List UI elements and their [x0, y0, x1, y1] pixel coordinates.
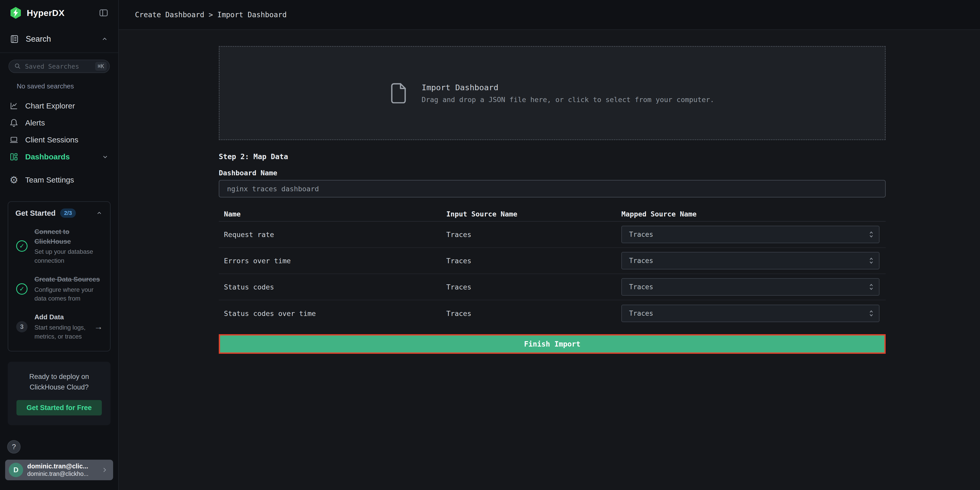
step-title: Connect to ClickHouse: [35, 227, 103, 246]
saved-searches-input[interactable]: Saved Searches ⌘K: [8, 60, 110, 73]
row-mapped-cell: Traces: [621, 305, 886, 322]
selected-value: Traces: [629, 257, 868, 264]
chevron-right-icon: [101, 466, 108, 474]
no-saved-searches-text: No saved searches: [17, 82, 118, 90]
sidebar-item-label: Chart Explorer: [25, 102, 109, 110]
dropzone-subtitle: Drag and drop a JSON file here, or click…: [422, 95, 714, 103]
saved-searches-placeholder: Saved Searches: [25, 63, 92, 70]
step-title: Add Data: [35, 312, 87, 322]
chevron-up-icon[interactable]: [95, 210, 103, 217]
table-row: Request rate Traces Traces: [219, 222, 886, 248]
selected-value: Traces: [629, 310, 868, 317]
get-started-step-sources[interactable]: ✓ Create Data Sources Configure where yo…: [16, 275, 103, 303]
chart-explorer-icon: [9, 101, 19, 111]
logo-row: HyperDX: [0, 0, 118, 26]
sidebar-nav: Chart Explorer Alerts Client Sessions: [0, 90, 118, 188]
search-section-label: Search: [26, 35, 94, 44]
shortcut-badge: ⌘K: [95, 62, 107, 71]
row-name: Status codes: [219, 283, 446, 291]
user-menu[interactable]: D dominic.tran@clic... dominic.tran@clic…: [5, 460, 113, 480]
row-input-source: Traces: [446, 283, 621, 291]
row-name: Errors over time: [219, 257, 446, 265]
select-updown-icon: [868, 309, 874, 318]
sidebar-item-label: Dashboards: [25, 153, 95, 161]
main-area: Create Dashboard > Import Dashboard Impo…: [119, 0, 980, 490]
selected-value: Traces: [629, 231, 868, 238]
row-mapped-cell: Traces: [621, 278, 886, 296]
app-root: HyperDX Search Saved Searches ⌘K: [0, 0, 980, 490]
saved-search-wrap: Saved Searches ⌘K: [0, 53, 118, 73]
help-button[interactable]: ?: [7, 440, 21, 453]
table-row: Errors over time Traces Traces: [219, 248, 886, 274]
table-header-row: Name Input Source Name Mapped Source Nam…: [219, 207, 886, 222]
column-header-input-source: Input Source Name: [446, 210, 621, 218]
sidebar-item-label: Alerts: [25, 119, 109, 127]
chevron-up-icon[interactable]: [101, 35, 108, 43]
step-desc: Configure where your data comes from: [35, 285, 103, 303]
dashboard-name-input[interactable]: nginx traces dashboard: [219, 180, 886, 197]
dashboards-icon: [9, 152, 19, 161]
breadcrumb: Create Dashboard > Import Dashboard: [135, 11, 286, 19]
sidebar-item-client-sessions[interactable]: Client Sessions: [0, 131, 118, 148]
step-desc: Set up your database connection: [35, 247, 103, 265]
clickhouse-cloud-card: Ready to deploy on ClickHouse Cloud? Get…: [8, 362, 111, 425]
mapped-source-select[interactable]: Traces: [621, 252, 880, 269]
dashboard-name-value: nginx traces dashboard: [227, 185, 319, 193]
check-circle-icon: ✓: [16, 240, 27, 252]
step-icon-wrap: ✓: [16, 283, 28, 294]
sidebar: HyperDX Search Saved Searches ⌘K: [0, 0, 119, 490]
finish-import-button[interactable]: Finish Import: [219, 334, 886, 354]
row-input-source: Traces: [446, 231, 621, 239]
step-texts: Connect to ClickHouse Set up your databa…: [35, 227, 103, 265]
topbar: Create Dashboard > Import Dashboard: [119, 0, 980, 30]
table-row: Status codes over time Traces Traces: [219, 300, 886, 326]
sidebar-section-search[interactable]: Search: [0, 26, 118, 53]
content: Import Dashboard Drag and drop a JSON fi…: [119, 30, 980, 490]
client-sessions-laptop-icon: [9, 135, 19, 145]
hyperdx-logo-icon: [10, 6, 22, 19]
dropzone-title: Import Dashboard: [422, 83, 714, 92]
alerts-bell-icon: [9, 118, 19, 127]
step-texts: Add Data Start sending logs, metrics, or…: [35, 312, 87, 341]
sidebar-item-chart-explorer[interactable]: Chart Explorer: [0, 97, 118, 115]
app-title: HyperDX: [27, 8, 65, 18]
search-section-icon: [10, 35, 19, 44]
step-texts: Create Data Sources Configure where your…: [35, 275, 103, 303]
select-updown-icon: [868, 283, 874, 291]
get-started-card: Get Started 2/3 ✓ Connect to ClickHouse …: [8, 201, 111, 352]
get-started-header[interactable]: Get Started 2/3: [16, 208, 103, 218]
gear-icon: ⚙: [9, 175, 19, 185]
cloud-text-line1: Ready to deploy on: [16, 371, 102, 382]
step-number-badge: 3: [16, 321, 27, 332]
collapse-sidebar-icon[interactable]: [99, 8, 108, 18]
row-name: Status codes over time: [219, 310, 446, 318]
sidebar-item-team-settings[interactable]: ⚙ Team Settings: [0, 172, 118, 188]
dashboard-name-label: Dashboard Name: [219, 169, 886, 177]
row-name: Request rate: [219, 231, 446, 239]
sidebar-item-label: Team Settings: [25, 176, 109, 185]
dropzone-texts: Import Dashboard Drag and drop a JSON fi…: [422, 83, 714, 103]
user-name: dominic.tran@clic...: [27, 463, 97, 470]
json-dropzone[interactable]: Import Dashboard Drag and drop a JSON fi…: [219, 46, 886, 140]
get-started-step-add-data[interactable]: 3 Add Data Start sending logs, metrics, …: [16, 312, 103, 341]
user-email: dominic.tran@clickho...: [27, 471, 97, 477]
chevron-down-icon: [101, 153, 109, 161]
step-icon-wrap: 3: [16, 321, 28, 332]
step-icon-wrap: ✓: [16, 240, 28, 252]
mapped-source-select[interactable]: Traces: [621, 278, 880, 296]
step-title: Create Data Sources: [35, 275, 103, 284]
get-started-free-button[interactable]: Get Started for Free: [16, 400, 102, 415]
arrow-right-icon[interactable]: →: [93, 321, 103, 332]
row-mapped-cell: Traces: [621, 252, 886, 269]
row-input-source: Traces: [446, 257, 621, 265]
mapped-source-select[interactable]: Traces: [621, 226, 880, 243]
get-started-step-connect[interactable]: ✓ Connect to ClickHouse Set up your data…: [16, 227, 103, 265]
search-icon: [14, 63, 21, 70]
progress-badge: 2/3: [60, 208, 76, 218]
sidebar-item-dashboards[interactable]: Dashboards: [0, 148, 118, 165]
select-updown-icon: [868, 256, 874, 265]
sidebar-item-alerts[interactable]: Alerts: [0, 115, 118, 131]
select-updown-icon: [868, 230, 874, 239]
mapped-source-select[interactable]: Traces: [621, 305, 880, 322]
user-names: dominic.tran@clic... dominic.tran@clickh…: [27, 463, 97, 477]
